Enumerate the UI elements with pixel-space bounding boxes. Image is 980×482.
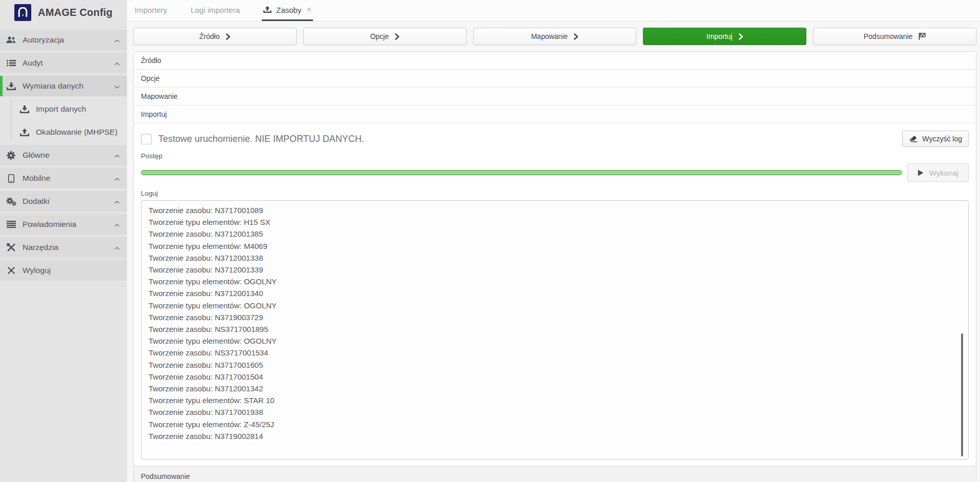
log-line: Tworzenie zasobu: N3712001338: [149, 252, 961, 264]
progress-fill: [141, 171, 902, 175]
log-line: Tworzenie typu elementów: OGOLNY: [149, 276, 961, 287]
sidebar-item-dodatki[interactable]: Dodatki: [0, 191, 127, 212]
step-mapowanie-button[interactable]: Mapowanie: [473, 28, 637, 45]
chevron-up-icon: [114, 197, 120, 206]
log-line: Tworzenie zasobu: N3719002814: [149, 430, 961, 442]
sidebar-item-label: Wymiana danych: [23, 81, 114, 91]
log-line: Tworzenie typu elementów: Z-45/25J: [149, 418, 961, 430]
test-run-checkbox[interactable]: [141, 134, 152, 144]
sidebar-item-wymiana-danych[interactable]: Wymiana danych: [0, 76, 127, 96]
sidebar-item-wyloguj[interactable]: Wyloguj: [0, 260, 127, 281]
log-line: Tworzenie zasobu: N3712001339: [149, 264, 961, 276]
sidebar-item-import-danych[interactable]: Import danych: [0, 99, 127, 119]
accordion-header-label: Podsumowanie: [141, 472, 190, 480]
tab-bar: Importery Logi importera Zasoby ×: [127, 0, 980, 22]
amage-logo-icon: [14, 4, 31, 21]
step-zrodlo-button[interactable]: Źródło: [133, 28, 297, 45]
tab-importery[interactable]: Importery: [133, 0, 169, 21]
main-area: Importery Logi importera Zasoby × Źródło: [127, 0, 980, 482]
users-icon: [6, 36, 16, 44]
brand: AMAGE Config: [0, 0, 127, 25]
sidebar: AMAGE Config Autoryzacja: [0, 0, 127, 482]
log-line: Tworzenie zasobu: N3717001089: [149, 204, 961, 216]
log-label: Loguj: [141, 190, 969, 197]
chevron-right-icon: [739, 33, 743, 40]
sidebar-item-label: Import danych: [36, 104, 120, 114]
accordion-header-label: Mapowanie: [141, 92, 178, 100]
accordion-header-label: Opcje: [141, 74, 160, 82]
sidebar-nav: Autoryzacja Audyt: [0, 25, 127, 281]
step-label: Źródło: [199, 32, 220, 40]
run-button[interactable]: Wykonaj: [907, 163, 969, 182]
log-line: Tworzenie zasobu: N3719003729: [149, 311, 961, 323]
test-run-label: Testowe uruchomienie. NIE IMPORTUJ DANYC…: [158, 134, 364, 144]
tools-icon: [6, 243, 16, 252]
log-line: Tworzenie typu elementów: M4069: [149, 240, 961, 252]
log-line: Tworzenie zasobu: N3712001385: [149, 228, 961, 240]
chevron-up-icon: [114, 151, 120, 160]
chevron-right-icon: [395, 33, 400, 40]
menu-lines-icon: [6, 221, 16, 228]
sidebar-item-label: Powiadomienia: [23, 220, 114, 229]
sidebar-item-label: Narzędzia: [23, 243, 114, 252]
chevron-up-icon: [114, 220, 120, 229]
sidebar-item-label: Wyloguj: [23, 266, 120, 275]
accordion-header-label: Źródło: [141, 56, 161, 65]
tab-label: Zasoby: [276, 6, 301, 14]
accordion-header-podsumowanie[interactable]: Podsumowanie: [134, 466, 976, 482]
sidebar-item-powiadomienia[interactable]: Powiadomienia: [0, 214, 127, 235]
log-line: Tworzenie zasobu: N3712001340: [149, 287, 961, 299]
step-opcje-button[interactable]: Opcje: [303, 28, 467, 45]
sidebar-item-narzedzia[interactable]: Narzędzia: [0, 237, 127, 258]
accordion-header-mapowanie[interactable]: Mapowanie: [134, 88, 976, 106]
sidebar-item-label: Mobilne: [23, 174, 114, 183]
log-line: Tworzenie zasobu: N3717001605: [149, 359, 961, 371]
chevron-up-icon: [114, 58, 120, 68]
log-line: Tworzenie typu elementów: STAR 10: [149, 394, 961, 406]
sidebar-item-autoryzacja[interactable]: Autoryzacja: [0, 30, 127, 50]
accordion-header-zrodlo[interactable]: Źródło: [134, 52, 976, 70]
accordion-header-opcje[interactable]: Opcje: [134, 70, 976, 88]
log-textarea[interactable]: Tworzenie zasobu: N3717001089Tworzenie t…: [141, 200, 969, 459]
clear-log-button[interactable]: Wyczyść log: [902, 131, 969, 147]
step-label: Opcje: [370, 32, 389, 40]
sidebar-item-mobilne[interactable]: Mobilne: [0, 168, 127, 188]
play-icon: [918, 170, 924, 176]
tab-zasoby[interactable]: Zasoby ×: [262, 0, 313, 21]
upload-icon: [19, 129, 30, 136]
sidebar-item-label: Okablowanie (MHPSE): [36, 128, 120, 137]
sidebar-item-label: Audyt: [23, 58, 114, 68]
step-label: Podsumowanie: [864, 32, 913, 40]
sidebar-item-glowne[interactable]: Główne: [0, 145, 127, 165]
log-scrollbar-thumb[interactable]: [961, 333, 963, 456]
step-label: Importuj: [706, 32, 733, 40]
progress-label: Postęp: [141, 152, 969, 160]
step-importuj-button[interactable]: Importuj: [643, 28, 806, 45]
gear-icon: [6, 151, 16, 160]
log-line: Tworzenie zasobu: NS3717001895: [149, 323, 961, 335]
wizard-steps: Źródło Opcje Mapowanie Importuj Podsumow…: [133, 28, 976, 45]
sidebar-item-label: Główne: [23, 151, 114, 160]
import-section: Testowe uruchomienie. NIE IMPORTUJ DANYC…: [134, 123, 976, 466]
chevron-up-icon: [114, 35, 120, 45]
sidebar-item-label: Autoryzacja: [23, 35, 114, 45]
log-line: Tworzenie zasobu: N3717001938: [149, 406, 961, 418]
sidebar-item-okablowanie[interactable]: Okablowanie (MHPSE): [0, 122, 127, 142]
close-icon[interactable]: ×: [306, 5, 311, 15]
run-label: Wykonaj: [929, 169, 958, 177]
accordion-header-label: Importuj: [141, 110, 167, 118]
sidebar-item-audyt[interactable]: Audyt: [0, 53, 127, 73]
importer-content: Źródło Opcje Mapowanie Importuj Podsumow…: [127, 22, 980, 482]
accordion-header-importuj[interactable]: Importuj: [134, 106, 976, 123]
chevron-right-icon: [226, 33, 231, 40]
log-line: Tworzenie typu elementów: H15 SX: [149, 216, 961, 228]
progress-bar: [141, 170, 902, 175]
gears-icon: [6, 197, 16, 206]
download-icon: [6, 82, 16, 90]
log-line: Tworzenie typu elementów: OGOLNY: [149, 335, 961, 347]
step-podsumowanie-button[interactable]: Podsumowanie: [813, 28, 976, 45]
tab-logi-importera[interactable]: Logi importera: [189, 0, 241, 21]
flag-icon: [919, 33, 926, 40]
tab-label: Logi importera: [191, 6, 240, 14]
list-icon: [6, 59, 16, 67]
